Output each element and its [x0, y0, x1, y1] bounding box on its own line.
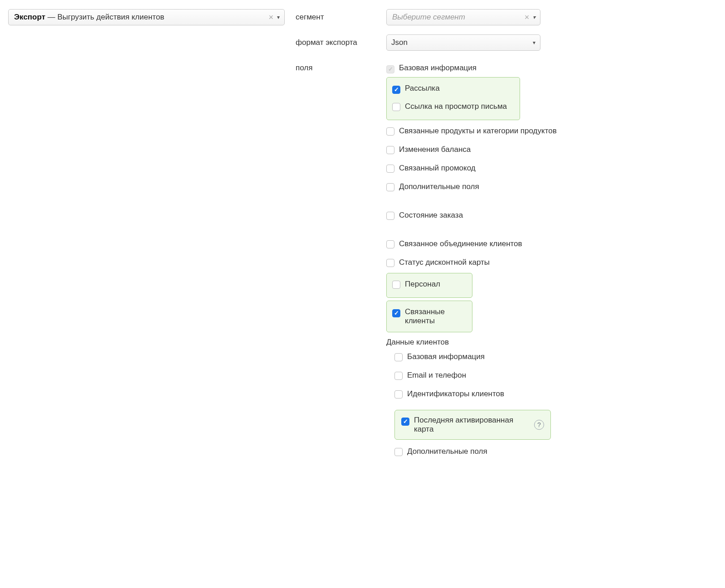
field-personnel-group: Персонал — [386, 273, 472, 298]
export-format-label: формат экспорта — [296, 34, 386, 47]
checkbox-icon[interactable] — [394, 390, 403, 398]
export-format-value: Json — [391, 38, 533, 47]
checkbox-icon[interactable] — [394, 448, 403, 456]
field-base-info: Базовая информация — [386, 60, 717, 77]
cd-client-ids[interactable]: Идентификаторы клиентов — [394, 386, 717, 404]
checkbox-icon[interactable] — [386, 212, 394, 220]
checkbox-icon[interactable] — [386, 183, 394, 191]
checkbox-checked-icon[interactable] — [392, 309, 400, 317]
field-personnel[interactable]: Персонал — [392, 278, 467, 293]
checkbox-checked-icon[interactable] — [401, 418, 409, 426]
segment-label: сегмент — [296, 9, 386, 22]
field-related-promo[interactable]: Связанный промокод — [386, 160, 717, 179]
export-format-select[interactable]: Json ▾ — [386, 34, 540, 51]
cd-additional-fields[interactable]: Дополнительные поля — [394, 443, 717, 462]
checkbox-disabled-icon — [386, 65, 394, 73]
checkbox-icon[interactable] — [386, 259, 394, 267]
field-balance-changes[interactable]: Изменения баланса — [386, 141, 717, 160]
checkbox-icon[interactable] — [394, 372, 403, 380]
field-additional-fields[interactable]: Дополнительные поля — [386, 179, 717, 197]
export-type-select[interactable]: Экспорт — Выгрузить действия клиентов × … — [8, 9, 285, 25]
cd-last-activated-card[interactable]: Последняя активированная карта — [401, 416, 530, 434]
export-type-label: Экспорт — Выгрузить действия клиентов — [14, 13, 267, 22]
clear-icon[interactable]: × — [522, 13, 531, 21]
clear-icon[interactable]: × — [267, 13, 275, 21]
checkbox-icon[interactable] — [392, 103, 400, 111]
checkbox-icon[interactable] — [386, 240, 394, 248]
chevron-down-icon[interactable]: ▾ — [531, 14, 537, 20]
checkbox-icon[interactable] — [386, 165, 394, 173]
field-related-clients-group: Связанные клиенты — [386, 301, 472, 332]
chevron-down-icon: ▾ — [533, 39, 535, 46]
field-client-union[interactable]: Связанное объединение клиентов — [386, 236, 717, 254]
checkbox-icon[interactable] — [386, 127, 394, 136]
help-icon[interactable]: ? — [534, 420, 544, 430]
clients-data-title: Данные клиентов — [386, 335, 717, 349]
field-discount-status[interactable]: Статус дисконтной карты — [386, 254, 717, 273]
field-order-state[interactable]: Состояние заказа — [386, 207, 717, 226]
field-mailing-link[interactable]: Ссылка на просмотр письма — [392, 100, 514, 115]
cd-last-card-group: Последняя активированная карта ? — [394, 410, 551, 440]
cd-base-info[interactable]: Базовая информация — [394, 349, 717, 367]
field-related-clients[interactable]: Связанные клиенты — [392, 306, 467, 327]
checkbox-icon[interactable] — [394, 353, 403, 361]
checkbox-checked-icon[interactable] — [392, 86, 400, 94]
field-mailing-group: Рассылка Ссылка на просмотр письма — [386, 77, 520, 120]
fields-label: поля — [296, 60, 386, 73]
segment-placeholder: Выберите сегмент — [392, 13, 522, 22]
segment-select[interactable]: Выберите сегмент × ▾ — [386, 9, 540, 25]
field-related-products[interactable]: Связанные продукты и категории продуктов — [386, 123, 717, 141]
chevron-down-icon[interactable]: ▾ — [275, 14, 282, 20]
checkbox-icon[interactable] — [392, 281, 400, 289]
checkbox-icon[interactable] — [386, 146, 394, 154]
field-mailing[interactable]: Рассылка — [392, 82, 514, 96]
cd-email-phone[interactable]: Email и телефон — [394, 367, 717, 386]
